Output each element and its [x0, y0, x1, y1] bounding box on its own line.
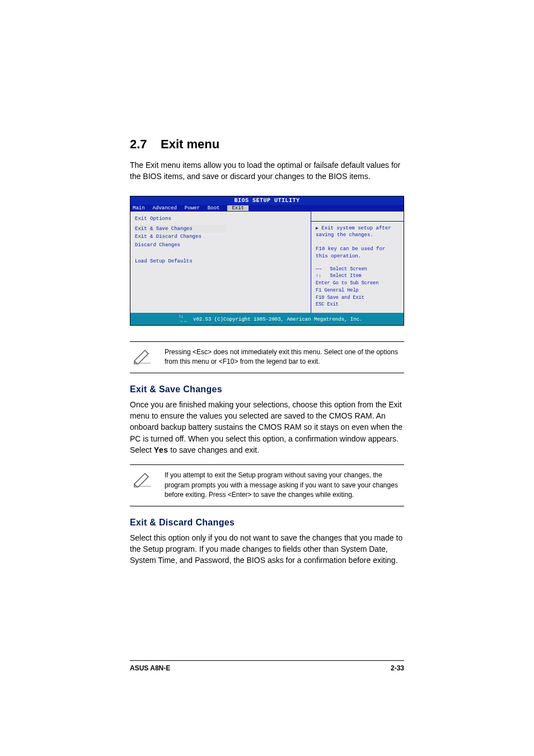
bios-item-load-defaults: Load Setup Defaults	[135, 257, 306, 265]
bios-menubar: Main Advanced Power Boot Exit	[130, 205, 404, 212]
bios-footer: ↑↓→← v02.53 (C)Copyright 1985-2003, Amer…	[130, 313, 404, 325]
intro-paragraph: The Exit menu items allow you to load th…	[130, 159, 404, 182]
bios-item-exit-save: Exit & Save Changes	[135, 225, 226, 233]
bios-help-line1: Exit system setup after saving the chang…	[316, 226, 391, 238]
pencil-note-icon	[130, 348, 154, 367]
bios-title: BIOS SETUP UTILITY	[130, 196, 404, 205]
bios-tab-boot: Boot	[208, 205, 220, 211]
exit-save-yes: Yes	[154, 445, 168, 454]
bios-key-select-screen: ←→ Select Screen	[316, 266, 399, 273]
exit-save-body: Once you are finished making your select…	[130, 399, 404, 456]
section-number: 2.7	[130, 137, 147, 151]
bios-item-blank	[135, 249, 306, 257]
bios-key-esc: ESC Exit	[316, 301, 399, 308]
exit-discard-body: Select this option only if you do not wa…	[130, 532, 404, 566]
footer-right: 2-33	[391, 664, 404, 672]
section-heading: 2.7 Exit menu	[130, 137, 404, 152]
bios-tab-exit: Exit	[227, 205, 249, 211]
section-title: Exit menu	[161, 137, 219, 151]
bios-key-f10: F10 Save and Exit	[316, 294, 399, 302]
bios-tab-main: Main	[133, 205, 145, 211]
bios-key-select-item: ↑↓ Select Item	[316, 273, 399, 280]
page-footer: ASUS A8N-E 2-33	[130, 660, 404, 672]
bios-tab-power: Power	[185, 205, 200, 211]
bios-item-discard: Discard Changes	[135, 241, 306, 249]
note-2-text: If you attempt to exit the Setup program…	[165, 471, 404, 500]
triangle-right-icon: ▶	[316, 226, 318, 231]
bios-item-exit-discard: Exit & Discard Changes	[135, 233, 306, 241]
exit-discard-heading: Exit & Discard Changes	[130, 518, 404, 528]
bios-screenshot: BIOS SETUP UTILITY Main Advanced Power B…	[130, 196, 404, 326]
exit-save-heading: Exit & Save Changes	[130, 384, 404, 395]
bios-key-enter: Enter Go to Sub Screen	[316, 280, 399, 287]
nav-arrows-icon: ↑↓→←	[179, 314, 189, 324]
note-1-text: Pressing <Esc> does not immediately exit…	[165, 348, 404, 367]
bios-help-line2: F10 key can be used for this operation.	[316, 246, 385, 259]
note-block-2: If you attempt to exit the Setup program…	[130, 465, 404, 505]
exit-save-body-post: to save changes and exit.	[168, 445, 259, 454]
bios-left-header: Exit Options	[135, 215, 306, 223]
bios-key-f1: F1 General Help	[316, 287, 399, 294]
bios-help-text: ▶ Exit system setup after saving the cha…	[311, 222, 404, 264]
pencil-note-icon	[130, 471, 154, 500]
bios-key-legend: ←→ Select Screen ↑↓ Select Item Enter Go…	[311, 264, 404, 313]
note-block-1: Pressing <Esc> does not immediately exit…	[130, 342, 404, 373]
bios-tab-advanced: Advanced	[153, 205, 177, 211]
bios-right-panel: ▶ Exit system setup after saving the cha…	[311, 212, 404, 313]
footer-left: ASUS A8N-E	[130, 664, 170, 672]
bios-copyright: v02.53 (C)Copyright 1985-2003, American …	[193, 314, 362, 324]
bios-left-panel: Exit Options Exit & Save Changes Exit & …	[130, 212, 311, 313]
bios-right-top	[311, 212, 404, 222]
